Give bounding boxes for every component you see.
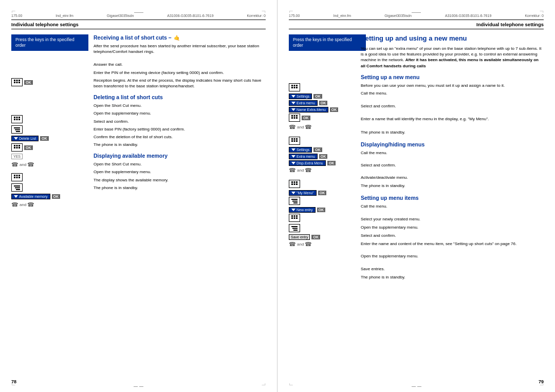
svg-rect-18 [14,147,15,148]
settings-display-1: Settings [289,94,312,99]
mem-step1: Open the Short Cut menu. [94,161,266,167]
call-menu-icon-1 [289,83,300,91]
shortcut-menu-icon [11,115,23,123]
svg-rect-60 [291,217,293,219]
receiving-para1: After the send procedure has been starte… [94,43,266,54]
svg-rect-6 [14,117,15,118]
ok-btn-extra2: OK [319,154,328,159]
right-content: Press the keys in the specified order [289,34,544,282]
deleting-ui: Delete List OK [11,115,88,168]
ok-btn-name: OK [330,107,339,112]
svg-rect-4 [16,82,18,83]
hiding-menu-ui: Settings OK Extra menu OK [289,137,356,174]
ok-btn-receive: OK [24,80,33,85]
svg-rect-50 [296,181,298,183]
base-pin-display [11,143,23,152]
right-page-header: Individual telephone settings [289,20,544,29]
mark-corner-tl-r: ⌐ [289,9,293,13]
ok-btn-disp: OK [327,161,336,165]
svg-rect-14 [16,131,20,132]
memory-sup-icon [11,183,23,192]
svg-rect-47 [296,140,298,142]
hide-step1: Call the menu. [361,150,544,156]
svg-rect-29 [16,189,20,190]
left-reg-marks-top: ⌐ ⌐ [11,9,266,13]
items-step5: Enter the name and content of the menu i… [361,241,544,247]
menu-icon-display [11,78,23,86]
mem-step3: The display shows the available memory. [94,177,266,183]
available-memory-display: Available memory [11,194,50,199]
memory-shortcut-icon [11,173,23,181]
new-menu-step2: Select and confirm. [361,103,544,109]
left-content: Press the keys in the specified order [11,34,266,208]
svg-rect-63 [291,226,298,227]
svg-rect-57 [291,215,293,217]
svg-rect-32 [296,85,298,86]
svg-rect-36 [291,115,293,117]
svg-rect-53 [296,183,298,185]
svg-rect-28 [15,187,20,188]
svg-rect-56 [293,202,298,203]
right-reg-marks-top: ⌐ ⌐ [289,9,544,13]
del-step3: Select and confirm. [94,119,266,124]
my-menu-display: "My Menu" [289,190,317,196]
call-menu-icon-2 [289,137,300,145]
svg-rect-25 [16,177,18,178]
standby-phones-memory: ☎ and ☎ [11,201,88,208]
new-menu-heading: Setting up a new menu [361,74,544,80]
svg-rect-52 [294,183,295,185]
svg-rect-16 [16,145,18,146]
svg-rect-20 [18,147,20,148]
ok-btn-keypad1: OK [302,116,310,120]
mark-corner-br: ⌐ [262,383,266,387]
svg-rect-33 [291,87,293,88]
left-reg-marks: 175.00 Ind_einr.fm Gigaset3035isdn A3100… [11,14,266,17]
new-menu-step4: The phone is in standby. [361,129,544,135]
delete-list-display: Delete List [11,136,39,141]
mark-corner-br-r: ⌐ [540,383,544,387]
svg-rect-1 [16,80,18,81]
svg-rect-31 [294,85,295,86]
name-extra-menu-display: Name Extra-Menu [289,107,328,113]
left-text-column: Receiving a list of short cuts – 🤙 After… [88,34,266,208]
hide-step4: The phone is in standby. [361,183,544,189]
ok-btn-mymenu: OK [318,191,327,195]
left-reg-marks-bottom: ⌐ ⌐ [11,383,266,387]
extra-menu-display-2: Extra menu [289,154,318,159]
receiving-para2: Answer the call. [94,62,266,67]
svg-rect-2 [18,80,20,81]
del-step4: Enter base PIN (factory setting 0000) an… [94,126,266,132]
mark-corner-tr-r: ⌐ [540,9,544,13]
svg-rect-11 [18,119,20,120]
svg-rect-49 [294,181,295,183]
right-page: ⌐ ⌐ 175.00 Ind_einr.fm Gigaset3035isdn A… [278,0,555,392]
svg-rect-3 [14,82,15,83]
items-step2: Select your newly created menu. [361,216,544,222]
svg-rect-45 [291,140,293,142]
new-menu-step1: Call the menu. [361,90,544,96]
setup-menu-ui: Settings OK Extra menu OK [289,83,356,130]
svg-rect-15 [14,145,15,146]
svg-rect-44 [296,138,298,140]
svg-rect-34 [294,87,295,88]
keypad-icon-2 [289,214,300,222]
new-entry-display: New entry [289,207,316,213]
items-step3: Open the supplementary menu. [361,225,544,230]
del-step6: The phone is in standby. [94,142,266,147]
left-blue-box: Press the keys in the specified order [11,34,88,51]
keypad-icon-1 [289,114,300,122]
sup-menu-icon [11,125,23,134]
svg-rect-10 [16,119,18,120]
svg-rect-8 [18,117,20,118]
svg-rect-24 [14,177,15,178]
svg-rect-38 [296,115,298,117]
mark-corner-bl: ⌐ [11,383,15,387]
svg-rect-48 [291,181,293,183]
svg-rect-41 [296,117,298,119]
items-step1: Call the menu. [361,203,544,209]
svg-rect-64 [292,228,298,229]
svg-rect-39 [291,117,293,119]
ok-btn-extra1: OK [319,101,328,105]
svg-rect-27 [14,185,20,186]
left-ui-column: Press the keys in the specified order [11,34,88,208]
